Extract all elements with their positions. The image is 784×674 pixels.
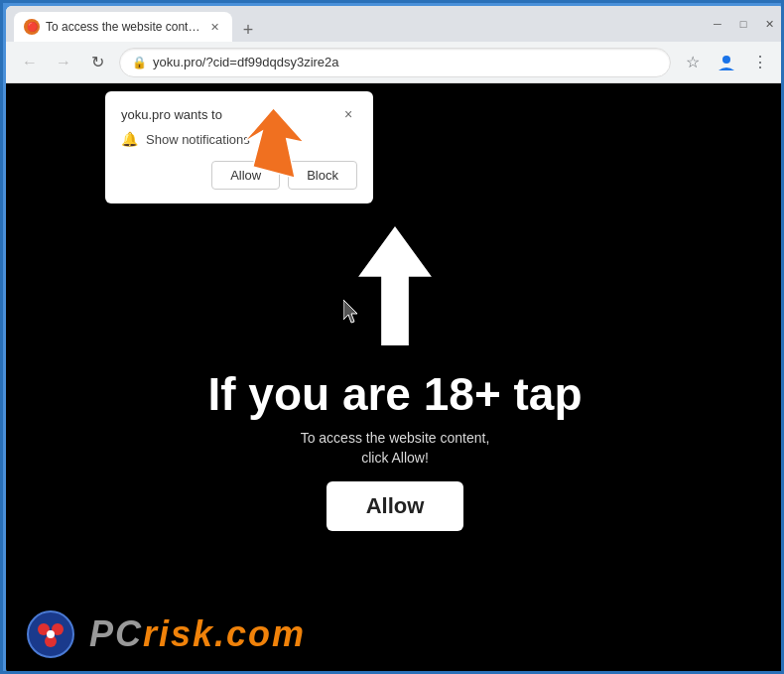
- pcrisk-text: PCrisk.com: [89, 613, 306, 655]
- svg-marker-2: [243, 108, 304, 179]
- title-bar: 🔴 To access the website content, cl ✕ + …: [6, 6, 784, 42]
- popup-close-button[interactable]: ×: [339, 105, 357, 123]
- url-text: yoku.pro/?cid=df99dqdsy3zire2a: [153, 55, 658, 69]
- svg-point-0: [722, 56, 730, 64]
- orange-arrow-indicator: [234, 103, 314, 187]
- forward-button[interactable]: →: [52, 51, 75, 74]
- pcrisk-watermark: PCrisk.com: [6, 595, 784, 674]
- url-bar[interactable]: 🔒 yoku.pro/?cid=df99dqdsy3zire2a: [119, 48, 671, 77]
- tab-close-button[interactable]: ✕: [206, 19, 222, 35]
- active-tab[interactable]: 🔴 To access the website content, cl ✕: [14, 12, 232, 42]
- big-up-arrow: [355, 226, 435, 349]
- content-area: If you are 18+ tap To access the website…: [6, 83, 784, 674]
- tab-title: To access the website content, cl: [46, 20, 200, 34]
- tab-favicon: 🔴: [24, 19, 40, 35]
- minimize-button[interactable]: ─: [711, 18, 724, 30]
- tab-area: 🔴 To access the website content, cl ✕ +: [14, 6, 699, 42]
- svg-marker-1: [358, 226, 432, 345]
- pcrisk-logo-icon: [26, 609, 75, 659]
- new-tab-button[interactable]: +: [236, 18, 260, 42]
- bookmark-icon[interactable]: ☆: [681, 51, 705, 74]
- main-text: If you are 18+ tap: [207, 369, 582, 420]
- close-button[interactable]: ✕: [762, 18, 776, 31]
- refresh-button[interactable]: ↻: [85, 51, 109, 74]
- menu-icon[interactable]: ⋮: [748, 51, 772, 74]
- bell-icon: 🔔: [121, 131, 138, 147]
- maximize-button[interactable]: □: [736, 18, 750, 30]
- back-button[interactable]: ←: [18, 51, 42, 74]
- lock-icon: 🔒: [132, 56, 147, 69]
- popup-site-name: yoku.pro wants to: [121, 107, 222, 122]
- svg-point-8: [47, 630, 55, 638]
- address-bar: ← → ↻ 🔒 yoku.pro/?cid=df99dqdsy3zire2a ☆…: [6, 42, 784, 83]
- window-controls: ─ □ ✕: [711, 18, 776, 31]
- profile-icon[interactable]: [715, 51, 738, 74]
- page-allow-button[interactable]: Allow: [327, 481, 464, 531]
- chrome-window: 🔴 To access the website content, cl ✕ + …: [6, 6, 784, 674]
- sub-text: To access the website content, click All…: [296, 429, 494, 468]
